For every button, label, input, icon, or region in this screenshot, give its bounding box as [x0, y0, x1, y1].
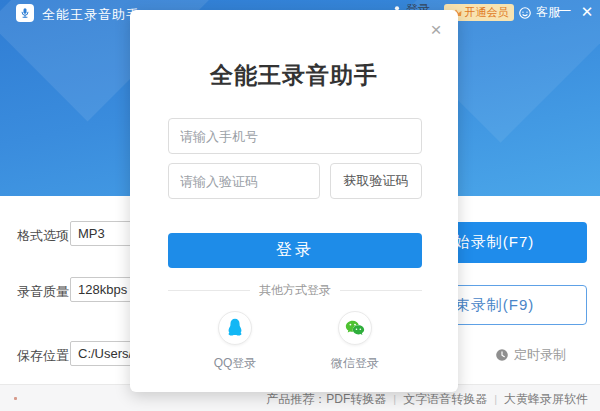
app-title: 全能王录音助手 — [42, 6, 140, 24]
modal-close-icon[interactable]: × — [426, 20, 446, 40]
wechat-login-label: 微信登录 — [331, 355, 379, 372]
wechat-login-button[interactable]: 微信登录 — [326, 311, 384, 372]
phone-input[interactable] — [168, 118, 422, 154]
login-modal: × 全能王录音助手 获取验证码 登录 其他方式登录 QQ登录 — [130, 10, 458, 392]
social-login-row: QQ登录 微信登录 — [168, 311, 422, 372]
app-window: 全能王录音助手 登录 开通会员 客服 — ✕ — [0, 0, 600, 411]
get-verification-code-button[interactable]: 获取验证码 — [330, 163, 422, 199]
wechat-icon — [338, 311, 372, 345]
divider-line — [340, 290, 422, 291]
minimize-button[interactable]: — — [556, 1, 572, 21]
verification-code-input[interactable] — [168, 163, 320, 199]
product-link-screenrec[interactable]: 大黄蜂录屏软件 — [504, 386, 588, 411]
customer-support-button[interactable]: 客服 — [518, 4, 560, 21]
timer-recording-label: 定时录制 — [514, 346, 566, 364]
login-submit-button[interactable]: 登录 — [168, 233, 422, 268]
close-button[interactable]: ✕ — [578, 2, 596, 22]
qq-icon — [218, 311, 252, 345]
app-logo-mic-icon — [16, 4, 34, 22]
divider-line — [168, 290, 250, 291]
modal-title: 全能王录音助手 — [130, 60, 458, 91]
clock-icon — [495, 348, 509, 362]
footer-separator: | — [494, 386, 497, 411]
other-login-label: 其他方式登录 — [259, 282, 331, 299]
qq-login-label: QQ登录 — [214, 355, 257, 372]
other-login-divider: 其他方式登录 — [168, 282, 422, 299]
timer-recording-button[interactable]: 定时录制 — [495, 346, 566, 364]
open-vip-label: 开通会员 — [465, 5, 509, 20]
support-smiley-icon — [518, 6, 532, 20]
footer-artifact-dot — [14, 397, 17, 400]
qq-login-button[interactable]: QQ登录 — [206, 311, 264, 372]
